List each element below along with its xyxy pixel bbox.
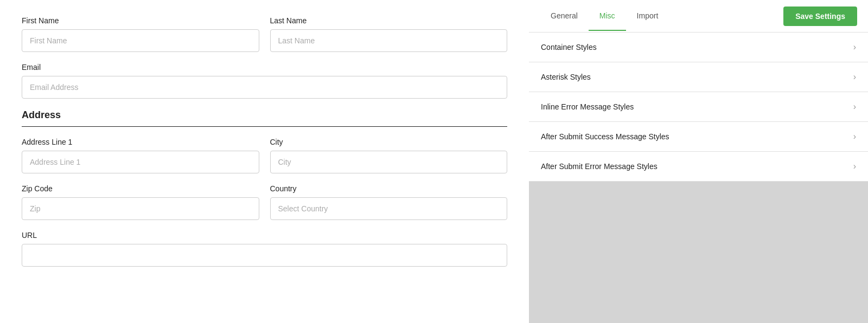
accordion: Container Styles › Asterisk Styles › Inl…	[529, 33, 868, 182]
url-label: URL	[22, 231, 507, 240]
address-section-divider: Address	[22, 109, 507, 127]
city-group: City	[270, 138, 508, 173]
address-row: Address Line 1 City	[22, 138, 507, 173]
address-section-title: Address	[22, 109, 507, 127]
accordion-label-asterisk-styles: Asterisk Styles	[541, 73, 591, 81]
accordion-item-container-styles[interactable]: Container Styles ›	[529, 33, 868, 62]
address-line1-group: Address Line 1	[22, 138, 259, 173]
accordion-item-after-submit-error-styles[interactable]: After Submit Error Message Styles ›	[529, 152, 868, 182]
email-input[interactable]	[22, 76, 507, 99]
form-panel: First Name Last Name Email Address Addre…	[0, 0, 529, 323]
accordion-item-after-submit-success-styles[interactable]: After Submit Success Message Styles ›	[529, 122, 868, 152]
email-label: Email	[22, 63, 507, 72]
chevron-right-icon: ›	[853, 102, 856, 112]
zip-group: Zip Code	[22, 184, 259, 220]
chevron-right-icon: ›	[853, 132, 856, 141]
chevron-right-icon: ›	[853, 42, 856, 52]
country-input[interactable]	[270, 197, 508, 220]
chevron-right-icon: ›	[853, 162, 856, 171]
url-input[interactable]	[22, 244, 507, 267]
tab-general[interactable]: General	[540, 2, 589, 31]
settings-panel: General Misc Import Save Settings Contai…	[529, 0, 868, 323]
country-group: Country	[270, 184, 508, 220]
address-line1-label: Address Line 1	[22, 138, 259, 146]
right-bottom-area	[529, 182, 868, 323]
first-name-group: First Name	[22, 16, 259, 52]
zip-input[interactable]	[22, 197, 259, 220]
email-group: Email	[22, 63, 507, 99]
address-line1-input[interactable]	[22, 151, 259, 173]
tabs-bar: General Misc Import Save Settings	[529, 0, 868, 33]
accordion-item-inline-error-styles[interactable]: Inline Error Message Styles ›	[529, 92, 868, 122]
name-row: First Name Last Name	[22, 16, 507, 52]
chevron-right-icon: ›	[853, 72, 856, 82]
city-label: City	[270, 138, 508, 146]
tab-misc[interactable]: Misc	[589, 2, 626, 31]
first-name-input[interactable]	[22, 29, 259, 52]
first-name-label: First Name	[22, 16, 259, 25]
accordion-item-asterisk-styles[interactable]: Asterisk Styles ›	[529, 62, 868, 92]
tab-import[interactable]: Import	[626, 2, 669, 31]
zip-country-row: Zip Code Country	[22, 184, 507, 220]
last-name-label: Last Name	[270, 16, 508, 25]
city-input[interactable]	[270, 151, 508, 173]
accordion-label-inline-error-styles: Inline Error Message Styles	[541, 102, 634, 111]
url-group: URL	[22, 231, 507, 267]
country-label: Country	[270, 184, 508, 193]
last-name-input[interactable]	[270, 29, 508, 52]
accordion-label-after-submit-error-styles: After Submit Error Message Styles	[541, 162, 658, 171]
save-settings-button[interactable]: Save Settings	[783, 7, 857, 26]
accordion-label-after-submit-success-styles: After Submit Success Message Styles	[541, 132, 669, 141]
accordion-label-container-styles: Container Styles	[541, 43, 597, 51]
last-name-group: Last Name	[270, 16, 508, 52]
zip-label: Zip Code	[22, 184, 259, 193]
